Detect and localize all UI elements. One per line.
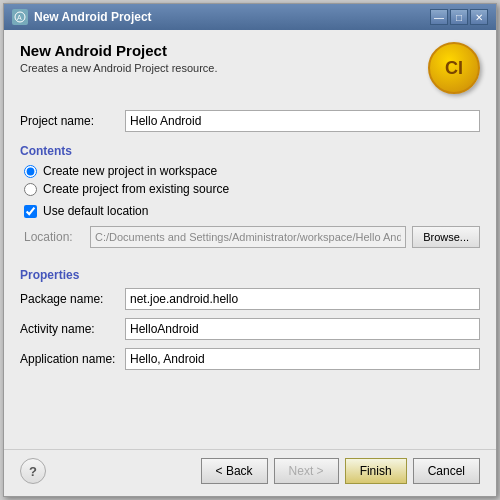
- radio-group: Create new project in workspace Create p…: [20, 164, 480, 200]
- application-name-label: Application name:: [20, 352, 125, 366]
- project-name-row: Project name:: [20, 110, 480, 132]
- location-label: Location:: [24, 230, 84, 244]
- properties-section: Properties Package name: Activity name: …: [20, 264, 480, 378]
- contents-section-title: Contents: [20, 144, 480, 158]
- title-bar-left: A New Android Project: [12, 9, 152, 25]
- navigation-buttons: < Back Next > Finish Cancel: [201, 458, 480, 484]
- radio-existing-label[interactable]: Create project from existing source: [43, 182, 229, 196]
- help-button[interactable]: ?: [20, 458, 46, 484]
- back-button[interactable]: < Back: [201, 458, 268, 484]
- application-name-row: Application name:: [20, 348, 480, 370]
- maximize-button[interactable]: □: [450, 9, 468, 25]
- activity-name-label: Activity name:: [20, 322, 125, 336]
- project-name-label: Project name:: [20, 114, 125, 128]
- location-input[interactable]: [90, 226, 406, 248]
- page-subtitle: Creates a new Android Project resource.: [20, 62, 218, 74]
- radio-existing: Create project from existing source: [20, 182, 480, 196]
- radio-new-input[interactable]: [24, 165, 37, 178]
- dialog-window: A New Android Project — □ ✕ New Android …: [3, 3, 497, 497]
- window-title: New Android Project: [34, 10, 152, 24]
- default-location-checkbox-item: Use default location: [20, 204, 480, 218]
- close-button[interactable]: ✕: [470, 9, 488, 25]
- radio-new-label[interactable]: Create new project in workspace: [43, 164, 217, 178]
- radio-existing-input[interactable]: [24, 183, 37, 196]
- radio-create-new: Create new project in workspace: [20, 164, 480, 178]
- svg-text:A: A: [17, 14, 22, 21]
- page-title: New Android Project: [20, 42, 218, 59]
- package-name-input[interactable]: [125, 288, 480, 310]
- activity-name-row: Activity name:: [20, 318, 480, 340]
- application-name-input[interactable]: [125, 348, 480, 370]
- location-row: Location: Browse...: [20, 226, 480, 248]
- header-section: New Android Project Creates a new Androi…: [20, 42, 480, 94]
- activity-name-input[interactable]: [125, 318, 480, 340]
- next-button[interactable]: Next >: [274, 458, 339, 484]
- finish-button[interactable]: Finish: [345, 458, 407, 484]
- default-location-checkbox[interactable]: [24, 205, 37, 218]
- minimize-button[interactable]: —: [430, 9, 448, 25]
- default-location-label[interactable]: Use default location: [43, 204, 148, 218]
- button-bar: ? < Back Next > Finish Cancel: [4, 449, 496, 496]
- header-text: New Android Project Creates a new Androi…: [20, 42, 218, 74]
- properties-section-title: Properties: [20, 268, 480, 282]
- package-name-row: Package name:: [20, 288, 480, 310]
- ci-badge: CI: [428, 42, 480, 94]
- content-area: New Android Project Creates a new Androi…: [4, 30, 496, 449]
- project-name-input[interactable]: [125, 110, 480, 132]
- window-icon: A: [12, 9, 28, 25]
- package-name-label: Package name:: [20, 292, 125, 306]
- title-bar: A New Android Project — □ ✕: [4, 4, 496, 30]
- cancel-button[interactable]: Cancel: [413, 458, 480, 484]
- browse-button[interactable]: Browse...: [412, 226, 480, 248]
- title-buttons: — □ ✕: [430, 9, 488, 25]
